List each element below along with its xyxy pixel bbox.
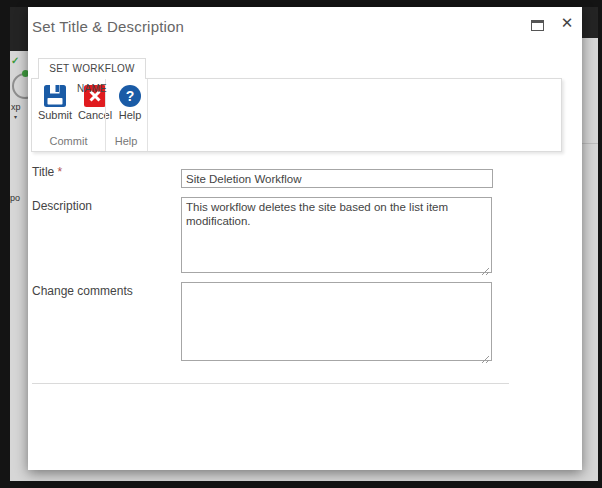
background-text-fragment-po: po xyxy=(10,194,20,203)
change-comments-field xyxy=(181,282,492,361)
title-input[interactable] xyxy=(181,169,493,188)
title-field-label: Title * xyxy=(32,165,62,179)
description-field: This workflow deletes the site based on … xyxy=(181,197,492,273)
resize-grip-icon[interactable] xyxy=(481,262,490,271)
help-button[interactable]: ? Help xyxy=(112,85,148,121)
ribbon-group-separator xyxy=(147,79,148,151)
background-left-sliver: ✓ xp ▾ po xyxy=(10,51,28,470)
close-button[interactable]: ✕ xyxy=(558,14,576,32)
save-floppy-icon xyxy=(44,85,66,107)
description-field-label: Description xyxy=(32,199,92,213)
ribbon-group-label-commit: Commit xyxy=(32,136,105,147)
help-button-label: Help xyxy=(112,110,148,121)
maximize-button[interactable] xyxy=(531,20,544,31)
ribbon: Submit Cancel ? Help Commit xyxy=(31,78,562,152)
suite-bar-left-fragment xyxy=(10,38,28,51)
footer-divider xyxy=(32,383,509,384)
help-question-icon: ? xyxy=(119,85,141,107)
ribbon-group-label-help: Help xyxy=(105,136,147,147)
submit-button[interactable]: Submit xyxy=(36,85,74,121)
set-title-description-dialog: Set Title & Description ✕ SET WORKFLOW N… xyxy=(28,7,582,470)
background-text-fragment-xp: xp xyxy=(11,103,21,112)
dialog-title: Set Title & Description xyxy=(32,18,184,35)
chevron-down-icon: ▾ xyxy=(14,114,17,120)
cancel-button-label: Cancel xyxy=(76,110,114,121)
resize-grip-icon[interactable] xyxy=(481,350,490,359)
change-comments-textarea[interactable] xyxy=(181,282,492,361)
screenshot-stage: ✓ xp ▾ po Set Title & Description ✕ SET … xyxy=(0,0,602,488)
check-icon: ✓ xyxy=(11,56,19,66)
change-comments-field-label: Change comments xyxy=(32,284,133,298)
background-ribbon-edge xyxy=(582,143,598,144)
submit-button-label: Submit xyxy=(36,110,74,121)
required-marker: * xyxy=(58,165,63,179)
tab-set-workflow-name[interactable]: SET WORKFLOW NAME xyxy=(38,58,146,79)
description-textarea[interactable]: This workflow deletes the site based on … xyxy=(181,197,492,273)
